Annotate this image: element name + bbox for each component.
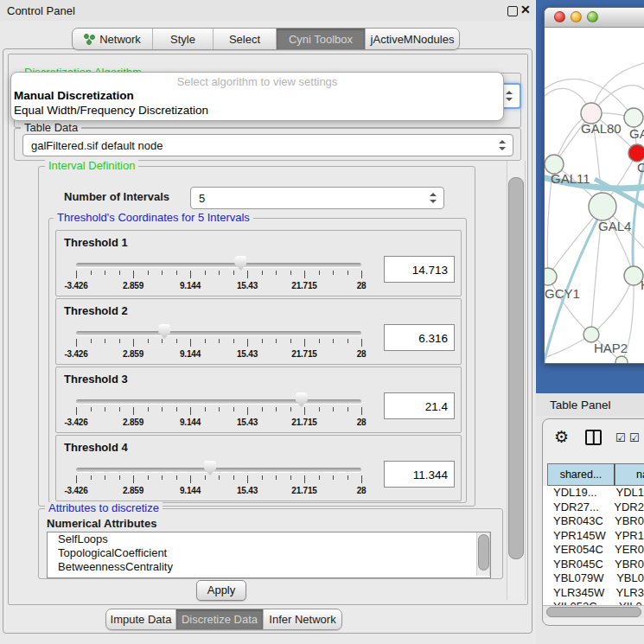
threshold-panel-4: Threshold 4-3.4262.8599.14415.4321.71528… <box>55 435 462 501</box>
slider-track[interactable] <box>76 399 361 404</box>
attribute-item-topologicalcoefficient[interactable]: TopologicalCoefficient <box>48 546 490 560</box>
column-header-shared-name[interactable]: shared... <box>547 463 615 486</box>
tab-select[interactable]: Select <box>214 29 277 49</box>
tab-cyni-toolbox[interactable]: Cyni Toolbox <box>277 29 366 49</box>
threshold-value-field[interactable]: 11.344 <box>384 461 455 488</box>
table-row[interactable]: YDL19...YDL1 <box>543 486 644 501</box>
table-cell[interactable]: YPR1 <box>609 529 644 544</box>
tab-network[interactable]: Network <box>73 29 153 49</box>
column-header-name[interactable]: na <box>615 463 644 486</box>
minor-tick <box>176 407 177 411</box>
table-cell[interactable]: YBL0 <box>611 571 644 586</box>
number-of-intervals-value: 5 <box>199 192 205 205</box>
node-label-gal11: GAL11 <box>551 171 590 186</box>
table-cell[interactable]: YDL1 <box>610 486 644 501</box>
control-panel-titlebar <box>0 0 534 21</box>
bottom-tab-bar: Impute DataDiscretize DataInfer Network <box>105 609 342 630</box>
table-cell[interactable]: YDR2 <box>609 501 644 515</box>
slider-handle[interactable] <box>158 324 170 339</box>
table-cell[interactable]: YBR0 <box>609 558 644 572</box>
threshold-value-field[interactable]: 6.316 <box>384 324 455 351</box>
slider-handle[interactable] <box>296 392 308 407</box>
number-of-intervals-combo[interactable]: 5 <box>190 187 444 209</box>
table-row[interactable]: YBL079WYBL0 <box>543 571 644 586</box>
node-label-ga: GA <box>629 126 644 141</box>
table-cell[interactable]: YDR27... <box>543 501 609 515</box>
minor-tick <box>262 339 263 343</box>
major-tick <box>304 339 305 347</box>
tab-jactivemnodules[interactable]: jActiveMNodules <box>366 29 459 49</box>
tick-label: 21.715 <box>285 281 323 290</box>
threshold-value-field[interactable]: 21.4 <box>384 392 455 419</box>
table-data-combo[interactable]: galFiltered.sif default node <box>22 134 513 156</box>
zoom-traffic-light-icon[interactable] <box>587 11 598 22</box>
minor-tick <box>348 271 348 275</box>
node-label-gcy1: GCY1 <box>545 286 580 301</box>
minimize-traffic-light-icon[interactable] <box>571 11 582 22</box>
slider-track[interactable] <box>76 263 361 267</box>
minor-tick <box>333 339 334 343</box>
attribute-item-selfloops[interactable]: SelfLoops <box>48 532 490 546</box>
node-top-green[interactable] <box>624 108 643 127</box>
float-window-icon[interactable] <box>507 6 518 16</box>
threshold-panel-2: Threshold 2-3.4262.8599.14415.4321.71528… <box>55 298 462 365</box>
major-tick <box>247 475 248 483</box>
attribute-item-betweennesscentrality[interactable]: BetweennessCentrality <box>48 560 490 574</box>
attributes-scrollbar-thumb[interactable] <box>478 534 489 571</box>
main-scrollbar-thumb[interactable] <box>508 177 524 559</box>
major-tick <box>76 271 77 278</box>
table-cell[interactable]: YBR045C <box>543 558 609 572</box>
tick-label: 21.715 <box>285 349 323 359</box>
table-cell[interactable]: YBR043C <box>543 514 609 529</box>
numerical-attributes-list[interactable]: SelfLoopsTopologicalCoefficientBetweenne… <box>47 532 491 578</box>
table-cell[interactable]: YLR345W <box>543 586 610 601</box>
slider-track[interactable] <box>76 468 361 472</box>
table-cell[interactable]: YDL19... <box>543 486 610 501</box>
threshold-panel-3: Threshold 3-3.4262.8599.14415.4321.71528… <box>55 367 462 433</box>
checkbox-icon[interactable]: ☑ <box>629 431 640 444</box>
node-table[interactable]: YDL19...YDL1YDR27...YDR2YBR043CYBR0YPR14… <box>543 486 644 605</box>
slider-handle[interactable] <box>234 256 246 271</box>
table-row[interactable]: YPR145WYPR1 <box>543 529 644 544</box>
apply-button[interactable]: Apply <box>196 580 246 601</box>
tab-label: Infer Network <box>269 613 335 626</box>
close-icon[interactable]: ✕ <box>520 3 531 16</box>
table-cell[interactable]: YER054C <box>543 543 609 558</box>
table-cell[interactable]: YPR145W <box>543 529 609 544</box>
node-small-bottom[interactable] <box>615 356 628 363</box>
network-view-window[interactable]: GAL80GACGAL11GAL4GCY1HHAP2 <box>544 7 644 364</box>
tab-infer-network[interactable]: Infer Network <box>264 609 341 629</box>
table-hscrollbar-thumb[interactable] <box>546 607 641 617</box>
split-columns-icon[interactable] <box>585 430 602 445</box>
node-red[interactable] <box>628 144 644 162</box>
table-row[interactable]: YBR043CYBR0 <box>543 514 644 529</box>
network-window-titlebar[interactable] <box>545 8 644 28</box>
network-canvas[interactable]: GAL80GACGAL11GAL4GCY1HHAP2 <box>545 28 644 363</box>
checkbox-icon[interactable]: ☑ <box>615 431 626 444</box>
tab-discretize-data[interactable]: Discretize Data <box>176 609 264 629</box>
table-cell[interactable]: YBR0 <box>609 514 644 529</box>
threshold-value-field[interactable]: 14.713 <box>384 256 455 283</box>
dropdown-item-manual-discretization[interactable]: Manual Discretization <box>11 88 503 103</box>
tab-impute-data[interactable]: Impute Data <box>106 609 176 629</box>
table-row[interactable]: YBR045CYBR0 <box>543 558 644 572</box>
dropdown-item-equal-width-frequency[interactable]: Equal Width/Frequency Discretization <box>11 103 503 118</box>
minor-tick <box>119 271 120 275</box>
gear-icon[interactable]: ⚙ <box>554 428 569 447</box>
minor-tick <box>233 339 234 343</box>
slider-track[interactable] <box>76 331 361 335</box>
table-cell[interactable]: YBL079W <box>543 571 611 586</box>
tab-style[interactable]: Style <box>153 29 214 49</box>
node-gcy1[interactable] <box>545 268 557 285</box>
table-row[interactable]: YER054CYER0 <box>543 543 644 558</box>
attributes-list-scrollbar[interactable] <box>476 532 490 576</box>
node-gal4[interactable] <box>589 193 616 220</box>
main-scrollbar[interactable] <box>507 161 526 600</box>
table-row[interactable]: YDR27...YDR2 <box>543 501 644 515</box>
table-cell[interactable]: YLR3 <box>610 586 644 601</box>
close-traffic-light-icon[interactable] <box>554 11 565 22</box>
table-row[interactable]: YLR345WYLR3 <box>543 586 644 601</box>
control-panel-title: Control Panel <box>7 4 75 17</box>
table-cell[interactable]: YER0 <box>609 543 644 558</box>
slider-handle[interactable] <box>204 461 216 475</box>
